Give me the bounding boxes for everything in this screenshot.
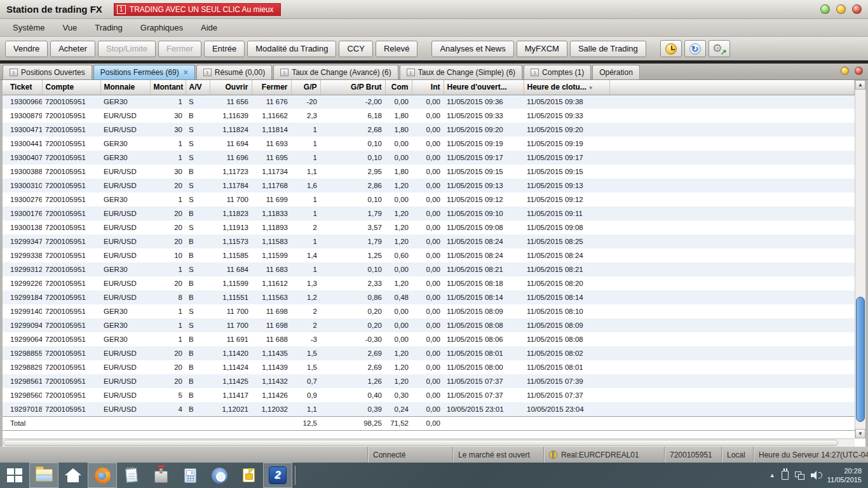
table-row[interactable]: 193002767200105951GER301S11 70011 69910,…: [3, 193, 855, 207]
table-row[interactable]: 192991407200105951GER301S11 70011 69820,…: [3, 304, 855, 318]
taskbar-item-file-explorer[interactable]: [29, 463, 58, 488]
tab-mini-icon: 1: [531, 69, 539, 76]
table-row[interactable]: 192993127200105951GER301S11 68411 68310,…: [3, 262, 855, 276]
minimize-button[interactable]: [820, 4, 830, 14]
tab-taux-de-change-simple-6-[interactable]: 1Taux de Change (Simple) (6): [400, 65, 522, 79]
menu-item-trading[interactable]: Trading: [86, 20, 132, 35]
table-row[interactable]: 192992267200105951EUR/USD20B1,115991,116…: [3, 276, 855, 290]
toolbar-button-salle-de-trading[interactable]: Salle de Trading: [570, 41, 646, 57]
cell: B: [186, 248, 210, 262]
taskbar-item-libreoffice[interactable]: [234, 463, 263, 488]
taskbar-item-firefox[interactable]: [88, 463, 117, 488]
vertical-scrollbar[interactable]: ▲ ▼: [855, 80, 865, 438]
toolbar-button-relev-[interactable]: Relevé: [376, 41, 417, 57]
table-row[interactable]: 193004077200105951GER301S11 69611 69510,…: [3, 151, 855, 165]
tab-close-icon[interactable]: ×: [184, 68, 188, 77]
menu-item-vue[interactable]: Vue: [54, 20, 86, 35]
table-row[interactable]: 193004417200105951GER301S11 69411 69310,…: [3, 137, 855, 151]
maximize-button[interactable]: [836, 4, 846, 14]
table-row[interactable]: 193008797200105951EUR/USD30B1,116391,116…: [3, 109, 855, 123]
column-header-4[interactable]: A/V: [186, 80, 210, 95]
horizontal-scroll-thumb[interactable]: [3, 440, 838, 446]
tab-group-close-button[interactable]: [855, 67, 863, 75]
menu-item-syst-me[interactable]: Système: [4, 20, 54, 35]
cell: B: [186, 402, 210, 416]
table-row[interactable]: 192988297200105951EUR/USD20B1,114241,114…: [3, 360, 855, 374]
toolbar-sync-clock-icon[interactable]: [684, 40, 706, 57]
scroll-down-arrow[interactable]: ▼: [855, 429, 865, 438]
column-header-12[interactable]: Heure de clotu...▼: [524, 80, 609, 95]
taskbar-item-trading-station[interactable]: [263, 463, 292, 488]
table-row[interactable]: 193001387200105951EUR/USD20S1,119131,118…: [3, 220, 855, 234]
cell: 11/05/2015 09:13: [524, 179, 609, 193]
system-tray: ▲ 20:28 11/05/2015: [770, 463, 868, 488]
column-header-6[interactable]: Fermer: [252, 80, 291, 95]
tab-bar: 1Positions OuvertesPositions Fermées (69…: [0, 64, 868, 80]
tab-comptes-1-[interactable]: 1Comptes (1): [524, 65, 591, 79]
table-row[interactable]: 192990647200105951GER301B11 69111 688-3-…: [3, 332, 855, 346]
tab-taux-de-change-avanc-6-[interactable]: 1Taux de Change (Avancé) (6): [273, 65, 398, 79]
menu-item-graphiques[interactable]: Graphiques: [132, 20, 192, 35]
table-row[interactable]: 192970187200105951EUR/USD4B1,120211,1203…: [3, 402, 855, 416]
taskbar-clock[interactable]: 20:28 11/05/2015: [827, 466, 862, 484]
column-header-5[interactable]: Ouvrir: [210, 80, 252, 95]
one-click-trading-banner[interactable]: 1 TRADING AVEC UN SEUL CLIC Au mieux: [114, 3, 281, 16]
tab-positions-ouvertes[interactable]: 1Positions Ouvertes: [3, 65, 92, 79]
table-row[interactable]: 192985617200105951EUR/USD20B1,114251,114…: [3, 374, 855, 388]
menu-item-aide[interactable]: Aide: [192, 20, 226, 35]
column-header-1[interactable]: Compte: [42, 80, 100, 95]
vertical-scroll-thumb[interactable]: [856, 297, 865, 423]
taskbar-item-calculator[interactable]: [175, 463, 205, 488]
column-header-10[interactable]: Int: [412, 80, 444, 95]
vertical-scroll-track[interactable]: [855, 90, 865, 429]
table-row[interactable]: 192991847200105951EUR/USD8B1,115511,1156…: [3, 290, 855, 304]
column-header-2[interactable]: Monnaie: [100, 80, 150, 95]
scroll-up-arrow[interactable]: ▲: [855, 80, 865, 90]
network-icon[interactable]: [795, 471, 804, 479]
column-header-0[interactable]: Ticket: [3, 80, 42, 95]
column-header-7[interactable]: G/P: [291, 80, 320, 95]
toolbar-button-myfxcm[interactable]: MyFXCM: [517, 41, 567, 57]
usb-icon[interactable]: [782, 471, 789, 480]
taskbar-item-home[interactable]: [58, 463, 88, 488]
toolbar-clock-icon[interactable]: [660, 40, 682, 57]
cell: 1,11913: [210, 220, 252, 234]
taskbar-item-notepad[interactable]: [117, 463, 146, 488]
tab-positions-ferm-es-69-[interactable]: Positions Fermées (69)×: [93, 65, 195, 79]
taskbar-item-launcher[interactable]: [146, 463, 175, 488]
toolbar-button-analyses-et-news[interactable]: Analyses et News: [431, 41, 513, 57]
toolbar-button-vendre[interactable]: Vendre: [5, 41, 48, 57]
cell: 19300176: [3, 207, 42, 220]
table-row[interactable]: 192993477200105951EUR/USD20B1,115731,115…: [3, 234, 855, 248]
table-row[interactable]: 192993387200105951EUR/USD10B1,115851,115…: [3, 248, 855, 262]
table-row[interactable]: 193003107200105951EUR/USD20S1,117841,117…: [3, 179, 855, 193]
table-row[interactable]: 192985607200105951EUR/USD5B1,114171,1142…: [3, 388, 855, 402]
tab-group-minimize-button[interactable]: [841, 67, 849, 75]
column-header-9[interactable]: Com: [385, 80, 412, 95]
tab-r-sum-0-00-[interactable]: 1Résumé (0,00): [196, 65, 272, 79]
toolbar-button-entr-e[interactable]: Entrée: [204, 41, 245, 57]
volume-icon[interactable]: [811, 471, 821, 480]
close-button[interactable]: [852, 4, 862, 14]
column-header-8[interactable]: G/P Brut: [320, 80, 385, 95]
horizontal-scrollbar[interactable]: [3, 438, 855, 447]
table-row[interactable]: 192988557200105951EUR/USD20B1,114201,114…: [3, 346, 855, 360]
cell: 1: [291, 262, 320, 276]
cell: 7200105951: [42, 207, 100, 220]
taskbar-item-chromium[interactable]: [205, 463, 234, 488]
taskbar-item-windows-start[interactable]: [0, 463, 29, 488]
tray-expand-icon[interactable]: ▲: [770, 472, 775, 478]
table-row[interactable]: 193004717200105951EUR/USD30S1,118241,118…: [3, 123, 855, 137]
toolbar-button-ccy[interactable]: CCY: [339, 41, 372, 57]
toolbar-gear-export-icon[interactable]: [709, 40, 730, 57]
toolbar-button-acheter[interactable]: Acheter: [50, 41, 95, 57]
table-row[interactable]: 193003887200105951EUR/USD30B1,117231,117…: [3, 165, 855, 179]
toolbar-button-modalit-du-trading[interactable]: Modalité du Trading: [247, 41, 336, 57]
column-header-11[interactable]: Heure d'ouvert...: [444, 80, 524, 95]
column-header-3[interactable]: Montant: [150, 80, 186, 95]
table-row[interactable]: 192990947200105951GER301S11 70011 69820,…: [3, 318, 855, 332]
table-row[interactable]: 193009667200105951GER301S11 65611 676-20…: [3, 95, 855, 109]
taskbar-separator: [295, 466, 295, 485]
tab-op-ration[interactable]: Opération: [592, 65, 640, 79]
table-row[interactable]: 193001767200105951EUR/USD20B1,118231,118…: [3, 207, 855, 220]
